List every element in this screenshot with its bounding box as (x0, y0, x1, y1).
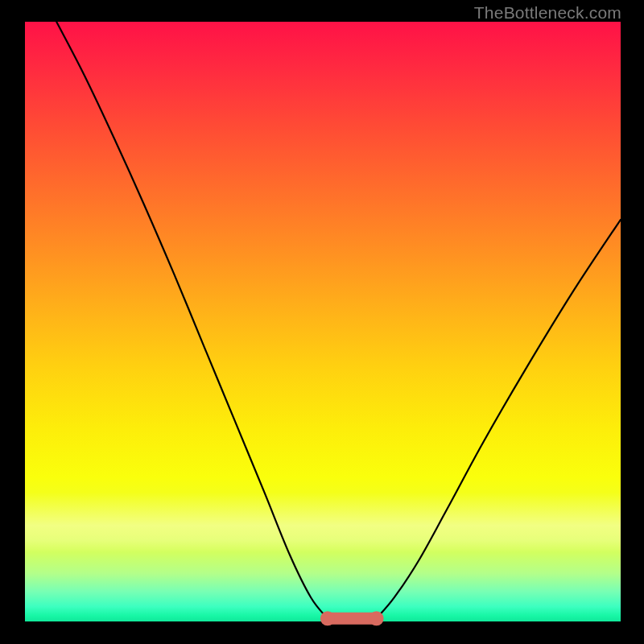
flat-endpoint-right (369, 611, 384, 625)
flat-endpoint-left (320, 611, 335, 625)
curve-layer (25, 22, 621, 621)
left-curve (56, 22, 328, 618)
watermark-text: TheBottleneck.com (474, 3, 621, 23)
right-curve (377, 220, 621, 619)
chart-container: TheBottleneck.com (0, 0, 644, 644)
plot-area (25, 22, 621, 621)
